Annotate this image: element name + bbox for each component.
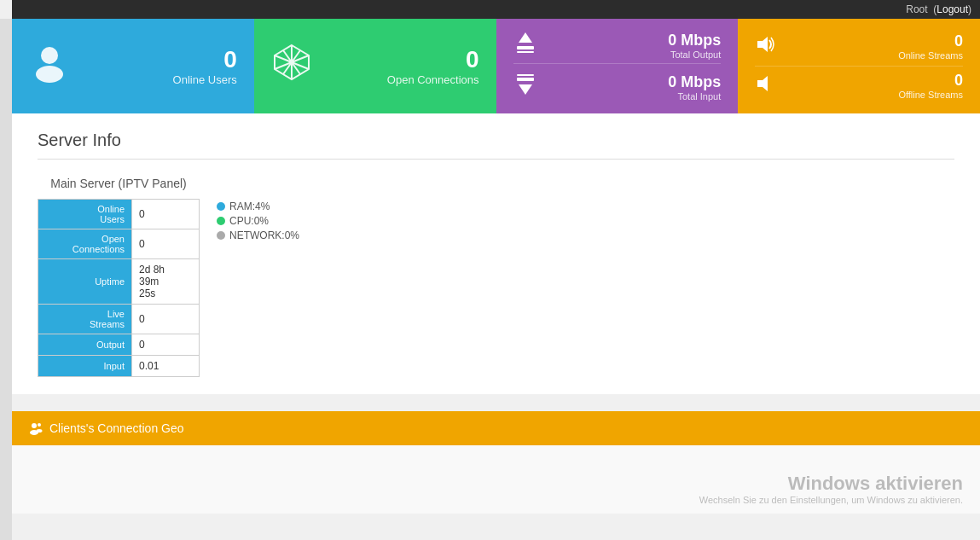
svg-rect-9 [517, 51, 534, 53]
row-value: 0 [132, 334, 200, 356]
connections-icon [271, 42, 312, 90]
open-connections-info: 0 Open Connections [387, 46, 479, 86]
online-users-label: Online Users [173, 73, 237, 86]
server-name: Main Server (IPTV Panel) [38, 177, 200, 190]
svg-rect-11 [517, 78, 534, 81]
card-online-users: 0 Online Users [12, 19, 254, 113]
windows-title: Windows aktivieren [699, 473, 963, 495]
input-info: 0 Mbps Total Input [668, 73, 721, 102]
svg-point-16 [32, 423, 37, 428]
left-scrollbar[interactable] [0, 19, 12, 514]
online-streams-label: Online Streams [898, 50, 963, 61]
table-row: Input0.01 [38, 356, 200, 377]
server-table-container: Main Server (IPTV Panel) Online Users0Op… [38, 177, 954, 377]
svg-marker-14 [757, 37, 768, 52]
svg-marker-13 [519, 84, 532, 95]
clients-header-label: Clients's Connection Geo [49, 421, 184, 435]
cpu-dot [217, 217, 225, 225]
row-label: Open Connections [38, 229, 132, 259]
row-label: Output [38, 334, 132, 356]
clients-body: Windows aktivieren Wechseln Sie zu den E… [12, 445, 980, 514]
stats-panel: RAM:4% CPU:0% NETWORK:0% [217, 177, 299, 377]
windows-watermark: Windows aktivieren Wechseln Sie zu den E… [699, 473, 963, 505]
download-icon [513, 73, 537, 102]
server-info-section: Server Info Main Server (IPTV Panel) Onl… [12, 113, 980, 394]
table-row: Open Connections0 [38, 229, 200, 259]
online-streams-row: 0 Online Streams [755, 27, 963, 67]
table-row: Live Streams0 [38, 305, 200, 334]
user-icon [29, 42, 70, 90]
ram-stat: RAM:4% [217, 200, 299, 212]
ram-dot [217, 202, 225, 211]
bandwidth-output-row: 0 Mbps Total Output [513, 27, 722, 64]
server-stats-table: Online Users0Open Connections0Uptime2d 8… [38, 199, 200, 377]
card-open-connections: 0 Open Connections [254, 19, 496, 113]
svg-point-18 [38, 423, 41, 427]
output-mbps: 0 Mbps [668, 32, 721, 49]
offline-streams-label: Offline Streams [898, 90, 963, 100]
cards-row: 0 Online Users [12, 19, 980, 113]
cpu-stat: CPU:0% [217, 215, 299, 227]
open-connections-count: 0 [387, 46, 479, 73]
clients-section: Clients's Connection Geo Windows aktivie… [12, 411, 980, 514]
svg-rect-8 [517, 46, 534, 49]
svg-point-0 [41, 47, 58, 64]
offline-streams-row: 0 Offline Streams [755, 67, 963, 105]
row-value: 0 [132, 229, 200, 259]
offline-streams-info: 0 Offline Streams [898, 72, 963, 100]
network-dot [217, 231, 225, 240]
network-label: NETWORK:0% [229, 229, 299, 241]
clients-icon [29, 421, 43, 435]
network-stat: NETWORK:0% [217, 229, 299, 241]
input-label: Total Input [668, 91, 721, 102]
row-label: Input [38, 356, 132, 377]
row-label: Uptime [38, 259, 132, 305]
row-value: 0 [132, 200, 200, 229]
table-row: Online Users0 [38, 200, 200, 229]
card-bandwidth: 0 Mbps Total Output 0 Mbps Total Input [496, 19, 739, 113]
volume-on-icon [755, 34, 775, 59]
windows-subtitle: Wechseln Sie zu den Einstellungen, um Wi… [699, 495, 963, 505]
svg-point-1 [36, 66, 63, 83]
cpu-label: CPU:0% [229, 215, 269, 227]
row-value: 0.01 [132, 356, 200, 377]
clients-header: Clients's Connection Geo [12, 411, 980, 445]
svg-marker-10 [519, 32, 532, 43]
online-streams-info: 0 Online Streams [898, 32, 963, 61]
volume-off-icon [755, 73, 775, 98]
output-info: 0 Mbps Total Output [668, 32, 721, 60]
open-connections-label: Open Connections [387, 73, 479, 86]
online-streams-count: 0 [898, 32, 963, 50]
upload-icon [513, 31, 537, 60]
ram-label: RAM:4% [229, 200, 270, 212]
server-info-title: Server Info [38, 131, 954, 160]
output-label: Total Output [668, 49, 721, 60]
row-label: Live Streams [38, 305, 132, 334]
svg-point-19 [37, 429, 43, 433]
table-row: Output0 [38, 334, 200, 356]
input-mbps: 0 Mbps [668, 73, 721, 91]
row-value: 2d 8h 39m 25s [132, 259, 200, 305]
table-row: Uptime2d 8h 39m 25s [38, 259, 200, 305]
server-block: Main Server (IPTV Panel) Online Users0Op… [38, 177, 200, 377]
offline-streams-count: 0 [898, 72, 963, 90]
row-label: Online Users [38, 200, 132, 229]
svg-marker-15 [757, 76, 768, 91]
username-label: Root [906, 3, 927, 15]
card-streams: 0 Online Streams 0 Offline Streams [738, 19, 980, 113]
online-users-count: 0 [173, 46, 237, 73]
svg-rect-12 [517, 74, 534, 76]
online-users-info: 0 Online Users [173, 46, 237, 86]
logout-link[interactable]: Logout [937, 3, 968, 15]
bandwidth-input-row: 0 Mbps Total Input [513, 69, 722, 105]
row-value: 0 [132, 305, 200, 334]
top-bar: Root (Logout) [12, 0, 980, 19]
